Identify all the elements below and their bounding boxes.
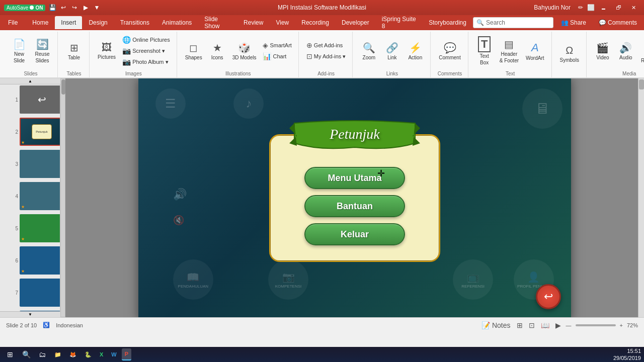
- pictures-button[interactable]: 🖼 Pictures: [95, 40, 119, 62]
- comments-button[interactable]: 💬 Comments: [594, 17, 642, 28]
- save-icon[interactable]: 💾: [48, 4, 56, 12]
- tab-home[interactable]: Home: [26, 16, 54, 29]
- panel-scrollbar[interactable]: [60, 78, 65, 317]
- bantuan-button[interactable]: Bantuan: [304, 195, 405, 217]
- tab-transitions[interactable]: Transitions: [114, 16, 155, 29]
- restore-button[interactable]: 🗗: [612, 3, 625, 13]
- slide-thumb-3[interactable]: [20, 150, 60, 178]
- tab-recording[interactable]: Recording: [295, 16, 335, 29]
- screenshot-button[interactable]: 📷 Screenshot ▾: [120, 46, 173, 56]
- online-pictures-button[interactable]: 🌐 Online Pictures: [120, 35, 173, 45]
- header-footer-button[interactable]: ▤ Header & Footer: [497, 36, 522, 65]
- online-pictures-icon: 🌐: [122, 36, 131, 44]
- tab-review[interactable]: Review: [237, 16, 269, 29]
- slide-sorter-button[interactable]: ⊡: [528, 320, 536, 330]
- photo-album-button[interactable]: 📷 Photo Album ▾: [120, 57, 173, 67]
- tables-group: ⊞ Table Tables: [59, 32, 90, 77]
- share-button[interactable]: 👥 Share: [556, 17, 591, 28]
- chart-button[interactable]: 📊 Chart: [260, 51, 294, 61]
- reuse-slides-button[interactable]: 🔄 Reuse Slides: [31, 36, 53, 65]
- slide-thumb-4[interactable]: [20, 182, 60, 210]
- slides-row: 📄 New Slide 🔄 Reuse Slides: [8, 32, 53, 70]
- video-icon: 🎬: [596, 42, 609, 54]
- canvas-scrollbar-thumb[interactable]: [639, 79, 644, 89]
- tab-design[interactable]: Design: [83, 16, 113, 29]
- taskbar-excel[interactable]: X: [97, 348, 106, 360]
- start-button[interactable]: ⊞: [3, 348, 17, 360]
- new-slide-button[interactable]: 📄 New Slide: [8, 36, 30, 65]
- normal-view-button[interactable]: ⊞: [516, 320, 524, 330]
- present-icon[interactable]: ▶: [82, 4, 90, 12]
- tab-developer[interactable]: Developer: [336, 16, 375, 29]
- taskbar-firefox[interactable]: 🦊: [66, 348, 79, 360]
- taskbar: ⊞ 🔍 🗂 📁 🦊 🐍 X W P 15:51 29/05/2019: [0, 347, 644, 362]
- slide-2-preview: Petunjuk: [24, 122, 59, 142]
- back-button[interactable]: ↩: [536, 284, 561, 309]
- canvas-scrollbar[interactable]: [638, 78, 644, 317]
- slide-canvas[interactable]: ☰ ♪ 🔊 🔇 📖 PENDAHULUAN 📷 KOMPETENSI 📺 REF…: [138, 78, 571, 317]
- taskbar-word[interactable]: W: [108, 348, 119, 360]
- panel-scrollbar-thumb[interactable]: [61, 79, 65, 95]
- table-button[interactable]: ⊞ Table: [63, 40, 85, 62]
- menu-utama-button[interactable]: Menu Utama: [304, 167, 405, 189]
- zoom-button[interactable]: 🔍 Zoom: [358, 40, 380, 62]
- slide-thumb-5[interactable]: [20, 214, 60, 242]
- slideshow-view-button[interactable]: ▶: [554, 320, 562, 330]
- icons-button[interactable]: ★ Icons: [206, 40, 228, 62]
- wordart-button[interactable]: A WordArt: [523, 39, 547, 63]
- taskbar-explorer[interactable]: 📁: [51, 348, 64, 360]
- task-view-button[interactable]: 🗂: [35, 348, 49, 360]
- action-button[interactable]: ⚡ Action: [404, 40, 426, 62]
- redo-icon[interactable]: ↪: [70, 4, 78, 12]
- images-group-label: Images: [95, 70, 173, 77]
- my-addins-button[interactable]: ⊡ My Add-ins ▾: [304, 51, 348, 61]
- minimize-button[interactable]: 🗕: [597, 3, 610, 13]
- tab-storyboarding[interactable]: Storyboarding: [423, 16, 472, 29]
- tab-animations[interactable]: Animations: [156, 16, 198, 29]
- slide-thumb-6[interactable]: [20, 246, 60, 275]
- tab-ispring[interactable]: iSpring Suite 8: [376, 16, 423, 29]
- customize-qat-icon[interactable]: ✏: [577, 4, 585, 12]
- links-group: 🔍 Zoom 🔗 Link ⚡ Action Links: [354, 32, 431, 77]
- slide-thumb-2[interactable]: Petunjuk: [20, 118, 60, 146]
- tab-file[interactable]: File: [2, 16, 24, 29]
- taskbar-search-button[interactable]: 🔍: [19, 348, 33, 360]
- tab-slideshow[interactable]: Slide Show: [198, 16, 237, 29]
- smartart-button[interactable]: ◈ SmartArt: [260, 40, 294, 50]
- keluar-button[interactable]: Keluar: [304, 223, 405, 245]
- tab-insert[interactable]: Insert: [55, 16, 82, 29]
- slide-thumb-7[interactable]: [20, 279, 60, 307]
- links-group-label: Links: [358, 70, 426, 77]
- sound-on-icon: 🔊: [173, 188, 187, 201]
- text-box-button[interactable]: T Text Box: [473, 34, 496, 67]
- slide-thumb-1[interactable]: ↩: [20, 85, 60, 114]
- reading-view-button[interactable]: 📖: [540, 320, 550, 330]
- slide-row-6: ★6: [10, 246, 58, 275]
- symbols-button[interactable]: Ω Symbols: [557, 43, 582, 65]
- zoom-slider[interactable]: [576, 324, 616, 326]
- illustrations-group: ◻ Shapes ★ Icons 🎲 3D Models ◈ SmartArt: [178, 32, 299, 77]
- tab-view[interactable]: View: [270, 16, 295, 29]
- scroll-up-button[interactable]: ▲: [0, 78, 60, 84]
- search-box[interactable]: 🔍 Search: [473, 17, 553, 28]
- bg-circle-pendahuluan: 📖 PENDAHULUAN: [173, 259, 213, 300]
- notes-button[interactable]: 📝 Notes: [480, 320, 511, 330]
- comment-button[interactable]: 💬 Comment: [436, 40, 463, 62]
- get-addins-button[interactable]: ⊕ Get Add-ins: [304, 40, 348, 50]
- close-button[interactable]: ✕: [627, 3, 640, 13]
- slide-1-preview: ↩: [38, 94, 46, 106]
- taskbar-app3[interactable]: 🐍: [82, 348, 95, 360]
- customize-icon[interactable]: ▼: [93, 4, 101, 12]
- link-button[interactable]: 🔗 Link: [381, 40, 403, 62]
- shapes-button[interactable]: ◻ Shapes: [182, 40, 205, 62]
- ribbon-display-icon[interactable]: ⬜: [587, 4, 595, 12]
- slide-row-3: 3: [10, 150, 58, 178]
- screen-recording-button[interactable]: ⏺ Screen Recording: [638, 37, 644, 65]
- autosave-badge[interactable]: AutoSave ON: [4, 5, 45, 11]
- 3d-models-button[interactable]: 🎲 3D Models: [229, 40, 260, 62]
- scroll-down-button[interactable]: ▼: [0, 311, 60, 317]
- audio-button[interactable]: 🔊 Audio: [615, 40, 637, 62]
- taskbar-powerpoint[interactable]: P: [122, 348, 131, 360]
- video-button[interactable]: 🎬 Video: [592, 40, 614, 62]
- undo-icon[interactable]: ↩: [59, 4, 67, 12]
